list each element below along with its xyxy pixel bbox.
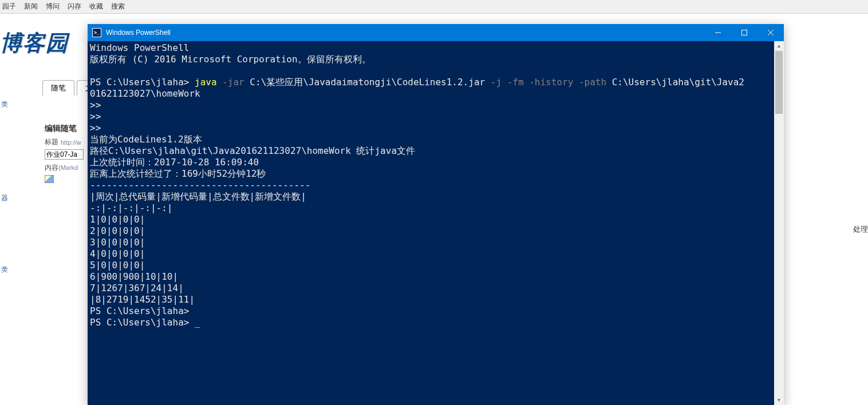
tab-essay[interactable]: 随笔	[42, 80, 74, 96]
content-label: 内容(Markd	[45, 163, 84, 173]
minimize-button[interactable]	[705, 24, 731, 41]
powershell-window: >_ Windows PowerShell Windows PowerShell…	[88, 24, 784, 405]
title-label: 标题	[45, 137, 61, 147]
menu-item[interactable]: 搜索	[111, 2, 125, 11]
close-button[interactable]	[757, 24, 784, 41]
right-truncated-text: 处理	[853, 224, 868, 235]
scroll-down-icon[interactable]: ▼	[774, 395, 784, 405]
cat-item[interactable]: 类	[0, 96, 9, 113]
scrollbar-thumb[interactable]	[775, 51, 783, 114]
title-input[interactable]	[45, 149, 84, 160]
edit-panel: 编辑随笔 标题 http://w 内容(Markd	[45, 124, 84, 185]
window-controls	[705, 24, 784, 41]
powershell-title: Windows PowerShell	[106, 29, 705, 37]
menu-item[interactable]: 新闻	[24, 2, 38, 11]
browser-menubar: 园子 新闻 博问 闪存 收藏 搜索	[0, 0, 868, 14]
cat-item[interactable]: 类	[0, 261, 13, 278]
blog-logo: 博客园	[0, 29, 69, 58]
left-category: 类 器 类	[0, 133, 13, 278]
edit-header: 编辑随笔	[45, 124, 84, 134]
powershell-titlebar[interactable]: >_ Windows PowerShell	[88, 24, 784, 41]
menu-item[interactable]: 园子	[2, 2, 16, 11]
menu-item[interactable]: 闪存	[68, 2, 81, 11]
menu-item[interactable]: 收藏	[89, 2, 103, 11]
title-hint: http://w	[61, 139, 81, 146]
powershell-terminal[interactable]: Windows PowerShell 版权所有 (C) 2016 Microso…	[88, 41, 774, 405]
terminal-scrollbar[interactable]: ▲ ▼	[774, 41, 784, 405]
svg-rect-1	[742, 30, 747, 35]
maximize-button[interactable]	[731, 24, 757, 41]
scroll-up-icon[interactable]: ▲	[774, 41, 784, 51]
powershell-icon: >_	[92, 28, 101, 37]
image-icon[interactable]	[45, 175, 54, 183]
menu-item[interactable]: 博问	[46, 2, 60, 11]
cat-item[interactable]: 器	[0, 190, 13, 207]
